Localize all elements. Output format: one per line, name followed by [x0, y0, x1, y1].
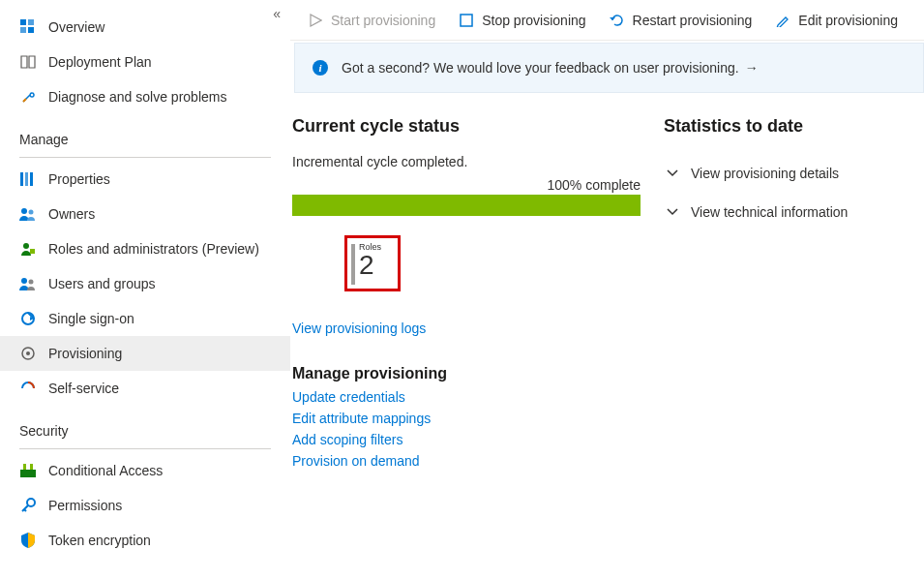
- svg-marker-21: [311, 15, 321, 26]
- manage-provisioning-links: Update credentials Edit attribute mappin…: [292, 386, 641, 472]
- restart-icon: [610, 13, 625, 28]
- sidebar-item-label: Deployment Plan: [48, 54, 152, 70]
- svg-point-11: [21, 278, 27, 284]
- start-provisioning-button[interactable]: Start provisioning: [296, 0, 447, 40]
- sidebar-item-overview[interactable]: Overview: [0, 10, 290, 45]
- sidebar-item-properties[interactable]: Properties: [0, 162, 290, 197]
- update-credentials-link[interactable]: Update credentials: [292, 386, 641, 408]
- self-service-icon: [19, 380, 37, 397]
- wrench-icon: [19, 88, 37, 106]
- feedback-text: Got a second? We would love your feedbac…: [342, 60, 739, 76]
- view-technical-information-toggle[interactable]: View technical information: [664, 193, 924, 231]
- shield-icon: [19, 532, 37, 549]
- sidebar-item-label: Single sign-on: [48, 311, 134, 326]
- divider: [19, 157, 271, 158]
- sidebar-item-users-groups[interactable]: Users and groups: [0, 266, 290, 301]
- provisioning-icon: [19, 345, 37, 362]
- edit-icon: [775, 13, 790, 28]
- svg-rect-6: [30, 172, 33, 186]
- chevron-down-icon: [664, 168, 681, 179]
- sidebar-item-label: Diagnose and solve problems: [48, 89, 226, 105]
- add-scoping-filters-link[interactable]: Add scoping filters: [292, 429, 641, 450]
- stop-provisioning-button[interactable]: Stop provisioning: [447, 0, 597, 40]
- command-bar: Start provisioning Stop provisioning Res…: [290, 0, 924, 41]
- stat-row-label: View technical information: [691, 204, 848, 220]
- sidebar-item-label: Roles and administrators (Preview): [48, 241, 259, 257]
- progress-bar: [292, 195, 641, 216]
- sidebar-item-single-sign-on[interactable]: Single sign-on: [0, 301, 290, 336]
- svg-point-7: [21, 208, 27, 214]
- sidebar-section-manage: Manage: [0, 114, 290, 153]
- svg-rect-5: [25, 172, 28, 186]
- sidebar-item-deployment-plan[interactable]: Deployment Plan: [0, 45, 290, 79]
- stop-icon: [459, 13, 474, 28]
- statistics-column: Statistics to date View provisioning det…: [641, 116, 924, 472]
- sidebar-item-self-service[interactable]: Self-service: [0, 371, 290, 406]
- sidebar-item-label: Provisioning: [48, 346, 122, 361]
- users-groups-icon: [19, 275, 37, 292]
- info-icon: i: [313, 60, 328, 76]
- svg-point-12: [29, 280, 34, 285]
- conditional-access-icon: [19, 462, 37, 479]
- roles-count-tile[interactable]: Roles 2: [344, 235, 401, 291]
- collapse-sidebar-icon[interactable]: «: [273, 6, 281, 21]
- sidebar-item-conditional-access[interactable]: Conditional Access: [0, 453, 290, 488]
- main-content: Start provisioning Stop provisioning Res…: [290, 0, 924, 580]
- svg-point-20: [27, 499, 35, 506]
- edit-provisioning-button[interactable]: Edit provisioning: [763, 0, 909, 40]
- svg-rect-2: [20, 27, 26, 33]
- svg-rect-3: [28, 27, 34, 33]
- sidebar-item-owners[interactable]: Owners: [0, 197, 290, 231]
- overview-icon: [19, 18, 37, 36]
- svg-rect-17: [20, 470, 36, 477]
- arrow-right-icon: →: [745, 60, 759, 76]
- sidebar-item-label: Overview: [48, 19, 104, 35]
- view-provisioning-logs-link[interactable]: View provisioning logs: [292, 321, 641, 336]
- sidebar-item-token-encryption[interactable]: Token encryption: [0, 523, 290, 558]
- sidebar-item-label: Owners: [48, 206, 95, 222]
- sidebar-item-label: Permissions: [48, 498, 122, 513]
- sidebar-item-diagnose[interactable]: Diagnose and solve problems: [0, 79, 290, 114]
- play-icon: [308, 13, 323, 28]
- cmd-label: Start provisioning: [331, 13, 435, 28]
- cmd-label: Edit provisioning: [798, 13, 898, 28]
- sidebar: « Overview Deployment Plan Diagnose and …: [0, 0, 290, 580]
- svg-point-8: [29, 210, 34, 215]
- svg-point-16: [26, 351, 30, 355]
- divider: [19, 448, 271, 449]
- statistics-heading: Statistics to date: [664, 116, 924, 137]
- sidebar-item-label: Properties: [48, 171, 110, 187]
- sidebar-item-permissions[interactable]: Permissions: [0, 488, 290, 523]
- progress-percent-label: 100% complete: [292, 177, 641, 193]
- sidebar-section-security: Security: [0, 406, 290, 444]
- edit-attribute-mappings-link[interactable]: Edit attribute mappings: [292, 408, 641, 429]
- book-icon: [19, 53, 37, 71]
- feedback-banner[interactable]: i Got a second? We would love your feedb…: [294, 43, 924, 93]
- restart-provisioning-button[interactable]: Restart provisioning: [598, 0, 764, 40]
- roles-icon: [19, 240, 37, 258]
- permissions-icon: [19, 497, 37, 514]
- cmd-label: Stop provisioning: [482, 13, 585, 28]
- cycle-status-column: Current cycle status Incremental cycle c…: [292, 116, 641, 472]
- view-provisioning-details-toggle[interactable]: View provisioning details: [664, 154, 924, 193]
- sidebar-item-label: Token encryption: [48, 533, 151, 548]
- cycle-status-text: Incremental cycle completed.: [292, 154, 641, 169]
- svg-rect-0: [20, 19, 26, 25]
- cmd-label: Restart provisioning: [633, 13, 753, 28]
- svg-rect-18: [23, 464, 26, 470]
- chevron-down-icon: [664, 206, 681, 218]
- manage-provisioning-heading: Manage provisioning: [292, 365, 641, 382]
- svg-rect-1: [28, 19, 34, 25]
- sidebar-item-provisioning[interactable]: Provisioning: [0, 336, 290, 371]
- roles-count: 2: [359, 252, 381, 279]
- sidebar-item-label: Self-service: [48, 381, 119, 396]
- svg-rect-4: [20, 172, 23, 186]
- svg-point-9: [23, 243, 29, 249]
- provision-on-demand-link[interactable]: Provision on demand: [292, 450, 641, 472]
- svg-rect-22: [461, 15, 472, 26]
- content-columns: Current cycle status Incremental cycle c…: [290, 116, 924, 472]
- sidebar-item-roles-admins[interactable]: Roles and administrators (Preview): [0, 231, 290, 266]
- cycle-status-heading: Current cycle status: [292, 116, 641, 137]
- sidebar-item-label: Users and groups: [48, 276, 156, 291]
- properties-icon: [19, 170, 37, 188]
